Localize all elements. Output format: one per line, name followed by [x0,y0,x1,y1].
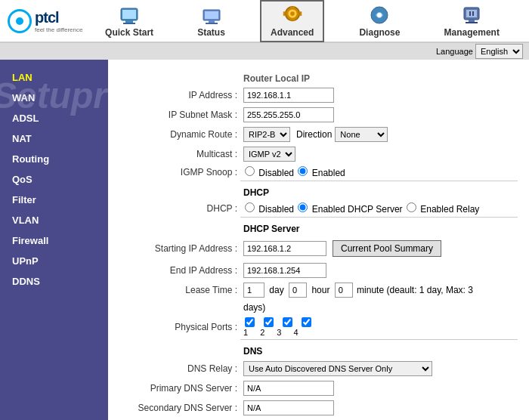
minute-unit: minute (deault: 1 day, Max: 3 [357,285,473,295]
lease-minute-input[interactable] [335,283,353,298]
sidebar-item-vlan[interactable]: VLAN [0,210,108,230]
diagnose-icon [367,5,391,26]
multicast-label: Multicast : [119,144,240,164]
svg-rect-1 [125,20,133,23]
dhcp-section-title: DHCP [243,187,269,198]
subnet-mask-input[interactable] [243,107,334,122]
language-select[interactable]: English [475,44,523,59]
current-pool-button[interactable]: Current Pool Summary [333,240,441,257]
lease-time-row: Lease Time : day hour minute (deault: 1 … [119,280,518,300]
port4-checkbox[interactable] [302,317,311,327]
management-label: Management [444,27,500,38]
svg-rect-13 [283,11,285,16]
sidebar-item-filter[interactable]: Filter [0,190,108,210]
port3-checkbox[interactable] [283,317,292,327]
logo-text: ptcl [35,9,59,26]
subnet-mask-row: IP Subnet Mask : [119,105,518,125]
sidebar-item-upnp[interactable]: UPnP [0,251,108,271]
language-label: Language [436,47,473,56]
physical-ports-row: Physical Ports : 1 2 3 4 [119,315,518,340]
svg-rect-2 [123,23,135,24]
form-table: Router Local IP IP Address : IP Subnet M… [119,67,518,418]
port2-checkbox[interactable] [264,317,274,327]
svg-rect-21 [469,11,471,16]
end-ip-input[interactable] [243,263,326,278]
dhcp-disabled-radio[interactable] [245,202,255,212]
advanced-label: Advanced [271,27,314,38]
svg-rect-19 [469,20,475,22]
nav-status[interactable]: Status [188,2,234,41]
dhcp-enabled-relay-label: Enabled Relay [420,204,479,215]
svg-rect-6 [209,20,215,23]
nav-diagnose[interactable]: Diagnose [350,2,409,41]
lease-days-suffix: days) [240,300,518,315]
sidebar: Setuprouter LAN WAN ADSL NAT Routing QoS… [0,60,108,420]
hour-unit: hour [311,285,329,295]
quick-start-icon [117,5,141,26]
lease-hour-input[interactable] [289,283,307,298]
subnet-mask-label: IP Subnet Mask : [119,105,240,125]
lease-days-row: days) [119,300,518,315]
dhcp-disabled-label: Disabled [258,204,294,215]
dns-section-title: DNS [243,346,262,357]
dynamic-route-select[interactable]: RIP2-B RIP1 None [243,127,290,142]
dhcp-server-section-title: DHCP Server [243,224,299,234]
nav-quick-start[interactable]: Quick Start [96,2,162,41]
svg-point-10 [290,11,295,16]
dhcp-server-section-row: DHCP Server [119,218,518,237]
svg-rect-20 [466,22,478,23]
quick-start-label: Quick Start [105,27,153,38]
sidebar-item-firewall[interactable]: Firewall [0,230,108,251]
direction-select[interactable]: None Both In Only Out Only [335,127,388,142]
svg-rect-11 [290,6,295,8]
svg-rect-14 [299,11,302,16]
ip-address-input[interactable] [243,88,334,103]
igmp-snoop-disabled-radio[interactable] [245,166,255,176]
lease-day-input[interactable] [243,283,264,298]
igmp-snoop-enabled-label: Enabled [312,168,345,178]
nav-management[interactable]: Management [435,2,509,41]
svg-rect-18 [466,10,477,17]
starting-ip-label: Starting IP Address : [119,236,240,261]
section-router-local-ip: Router Local IP [119,67,518,85]
svg-point-16 [377,13,382,17]
dynamic-route-row: Dynamic Route : RIP2-B RIP1 None Directi… [119,125,518,144]
language-bar: Language English [0,43,529,60]
port1-checkbox[interactable] [245,317,255,327]
nav-bar: Quick Start Status [83,0,521,42]
igmp-snoop-disabled-label: Disabled [258,168,294,178]
igmp-snoop-enabled-radio[interactable] [298,166,308,176]
sidebar-item-nat[interactable]: NAT [0,128,108,149]
dns-relay-select[interactable]: Use Auto Discovered DNS Server Only Use … [243,361,432,376]
primary-dns-input[interactable] [243,381,334,396]
svg-rect-3 [122,10,136,19]
sidebar-item-wan[interactable]: WAN [0,88,108,108]
sidebar-item-routing[interactable]: Routing [0,149,108,169]
dhcp-enabled-relay-radio[interactable] [407,202,416,212]
secondary-dns-label: Secondary DNS Server : [119,398,240,418]
secondary-dns-input[interactable] [243,400,334,415]
svg-rect-7 [206,23,218,24]
sidebar-item-qos[interactable]: QoS [0,169,108,190]
logo-sub: feel the difference [35,26,82,33]
port3-label: 3 [277,328,281,337]
dhcp-enabled-server-radio[interactable] [298,202,308,212]
ip-address-row: IP Address : [119,85,518,105]
content-area: Router Local IP IP Address : IP Subnet M… [108,60,529,420]
dhcp-row: DHCP : Disabled Enabled DHCP Server Enab… [119,200,518,218]
starting-ip-input[interactable] [243,241,326,256]
sidebar-item-lan[interactable]: LAN [0,67,108,88]
end-ip-row: End IP Address : [119,261,518,280]
sidebar-item-ddns[interactable]: DDNS [0,271,108,292]
header: ptcl feel the difference Quick Start [0,0,529,43]
lease-time-label: Lease Time : [119,280,240,300]
nav-advanced[interactable]: Advanced [260,0,324,42]
starting-ip-row: Starting IP Address : Current Pool Summa… [119,236,518,261]
day-unit: day [269,285,283,295]
svg-rect-12 [290,18,295,20]
diagnose-label: Diagnose [359,27,400,38]
physical-ports-label: Physical Ports : [119,315,240,340]
port1-label: 1 [243,328,248,337]
multicast-select[interactable]: IGMP v2 IGMP v1 Disabled [243,147,295,162]
sidebar-item-adsl[interactable]: ADSL [0,108,108,128]
